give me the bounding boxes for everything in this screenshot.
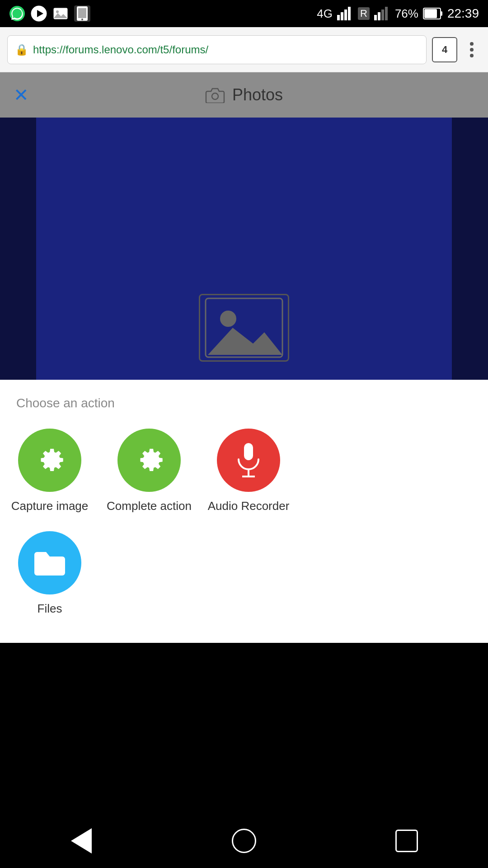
- network-label: 4G: [317, 7, 333, 21]
- browser-menu-icon[interactable]: [463, 42, 481, 57]
- photos-header: ✕ Photos: [0, 72, 488, 118]
- svg-rect-15: [378, 12, 380, 20]
- home-button[interactable]: [217, 823, 271, 859]
- battery-icon: [423, 8, 443, 19]
- svg-rect-16: [381, 9, 384, 20]
- camera-icon: [205, 87, 225, 103]
- photos-title: Photos: [232, 85, 283, 104]
- svg-rect-11: [341, 12, 343, 20]
- svg-rect-8: [78, 8, 86, 18]
- complete-action-label: Complete action: [107, 499, 192, 513]
- recents-square-icon: [395, 830, 418, 852]
- files-folder-icon: [33, 548, 67, 577]
- back-arrow-icon: [71, 828, 92, 854]
- choose-action-label: Choose an action: [0, 380, 488, 420]
- recents-button[interactable]: [380, 823, 434, 859]
- svg-rect-25: [244, 443, 253, 460]
- signal2-icon: [374, 7, 390, 20]
- svg-point-4: [56, 10, 59, 13]
- play-icon: [31, 5, 47, 22]
- svg-rect-20: [424, 9, 437, 18]
- action-audio-recorder[interactable]: Audio Recorder: [199, 420, 298, 522]
- action-capture-image[interactable]: Capture image: [0, 420, 99, 522]
- lock-icon: 🔒: [15, 43, 28, 56]
- svg-rect-10: [337, 15, 340, 20]
- browser-content-area: [0, 118, 488, 380]
- url-text: https://forums.lenovo.com/t5/forums/: [33, 43, 208, 56]
- action-complete-action[interactable]: Complete action: [99, 420, 199, 522]
- status-bar-left-icons: [9, 5, 90, 22]
- tab-count[interactable]: 4: [432, 37, 457, 62]
- audio-recorder-label: Audio Recorder: [208, 499, 290, 513]
- complete-action-gear-icon: [133, 444, 165, 476]
- browser-bar: 🔒 https://forums.lenovo.com/t5/forums/ 4: [0, 27, 488, 72]
- audio-recorder-mic-icon: [234, 442, 263, 478]
- signal-icon: [337, 7, 353, 20]
- svg-rect-17: [385, 7, 388, 20]
- action-files[interactable]: Files: [0, 522, 99, 625]
- phone-icon: [74, 5, 90, 22]
- capture-image-gear-icon: [33, 444, 66, 476]
- image-placeholder: [199, 294, 289, 362]
- svg-rect-12: [344, 9, 347, 20]
- svg-point-9: [81, 19, 83, 20]
- close-button[interactable]: ✕: [14, 85, 29, 105]
- back-button[interactable]: [54, 823, 108, 859]
- files-label: Files: [38, 602, 62, 616]
- whatsapp-icon: [9, 5, 25, 22]
- status-bar-right: 4G R 76% 22:39: [317, 6, 479, 21]
- navigation-bar: [0, 814, 488, 868]
- image-icon: [52, 5, 69, 22]
- action-row-2: Files: [0, 522, 488, 625]
- svg-marker-24: [208, 328, 282, 355]
- files-icon-circle: [18, 531, 81, 594]
- svg-rect-19: [441, 11, 442, 16]
- svg-rect-14: [374, 15, 377, 20]
- home-circle-icon: [232, 829, 256, 853]
- svg-point-23: [220, 311, 236, 327]
- url-bar[interactable]: 🔒 https://forums.lenovo.com/t5/forums/: [7, 35, 427, 64]
- capture-image-icon-circle: [18, 429, 81, 492]
- complete-action-icon-circle: [117, 429, 181, 492]
- capture-image-label: Capture image: [11, 499, 89, 513]
- svg-rect-13: [348, 7, 351, 20]
- time-label: 22:39: [447, 6, 479, 21]
- photos-title-area: Photos: [205, 85, 283, 104]
- status-bar: 4G R 76% 22:39: [0, 0, 488, 27]
- roaming-indicator: R: [358, 7, 370, 20]
- svg-point-21: [212, 93, 218, 99]
- audio-recorder-icon-circle: [217, 429, 280, 492]
- bottom-sheet: Choose an action Capture image Complete …: [0, 380, 488, 643]
- action-row-1: Capture image Complete action Audio R: [0, 420, 488, 522]
- battery-percent: 76%: [395, 7, 418, 21]
